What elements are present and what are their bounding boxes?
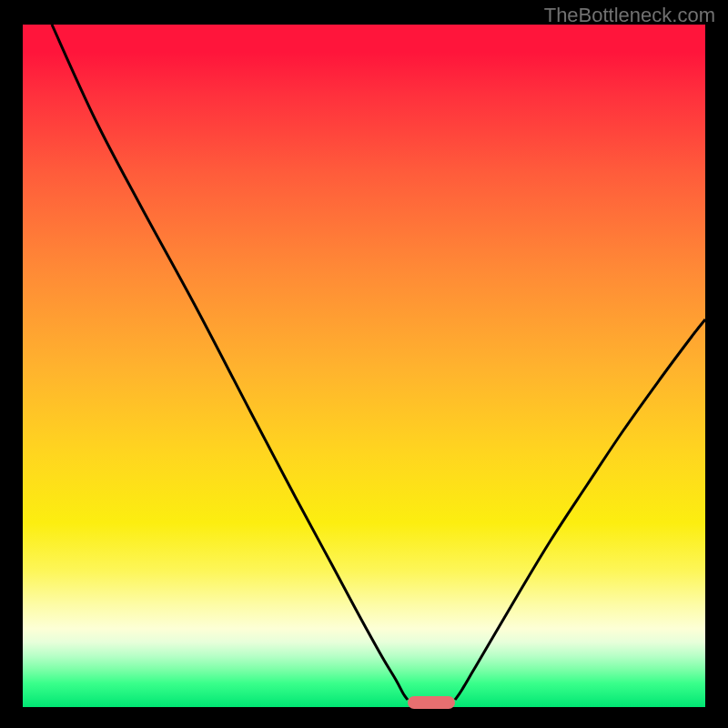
minimum-marker-bar <box>408 696 455 709</box>
chart-svg <box>23 25 705 707</box>
chart-container: TheBottleneck.com <box>0 0 728 728</box>
plot-area <box>23 25 705 707</box>
left-descending-curve <box>52 25 408 700</box>
right-ascending-curve <box>455 319 705 700</box>
